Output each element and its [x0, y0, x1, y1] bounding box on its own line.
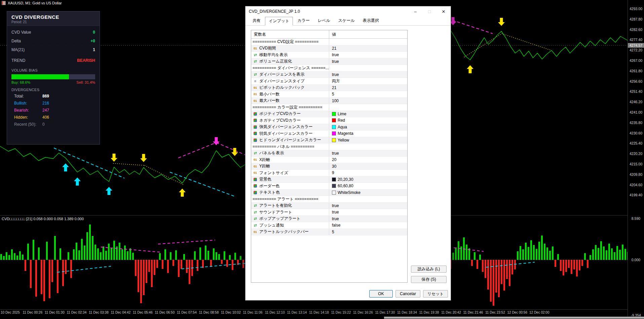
input-row[interactable]: ⇄アラートを有効化true: [251, 203, 407, 209]
volume-bias-buy-fill: [11, 74, 69, 79]
tab-カラー[interactable]: カラー: [294, 16, 313, 25]
input-row[interactable]: 弱気ダイバージェンスカラーMagenta: [251, 130, 407, 137]
maximize-button[interactable]: □: [422, 6, 437, 16]
input-value-cell[interactable]: true: [329, 59, 407, 64]
input-row[interactable]: 01Y距離30: [251, 163, 407, 170]
tab-レベル[interactable]: レベル: [314, 16, 334, 25]
color-swatch: [332, 184, 336, 188]
integer-type-icon: 01: [253, 99, 258, 103]
symbol-title: XAUUSD, M1: Gold vs US Dollar: [8, 1, 62, 5]
input-row[interactable]: 01X距離20: [251, 157, 407, 163]
input-value-cell[interactable]: Lime: [329, 112, 407, 116]
load-button[interactable]: 読み込み (L): [411, 266, 447, 273]
input-row[interactable]: ボーダー色60,60,80: [251, 183, 407, 190]
input-value-cell[interactable]: 100: [329, 98, 407, 103]
input-value-cell[interactable]: Aqua: [329, 125, 407, 129]
input-value-cell[interactable]: Magenta: [329, 131, 407, 136]
input-row[interactable]: 背景色20,20,30: [251, 176, 407, 183]
tab-共有[interactable]: 共有: [249, 16, 264, 25]
input-row[interactable]: ⇄サウンドアラートtrue: [251, 209, 407, 216]
input-row[interactable]: 01CVD期間21: [251, 45, 407, 52]
input-row[interactable]: ポジティブCVDカラーLime: [251, 111, 407, 118]
input-row[interactable]: ⇄ポップアップアラートtrue: [251, 216, 407, 223]
input-value-cell[interactable]: 30: [329, 164, 407, 169]
input-name-cell: 01アラートルックバックバー: [251, 229, 329, 235]
input-row[interactable]: ========== パネル ==========: [251, 144, 407, 150]
input-value-cell[interactable]: 20,20,30: [329, 177, 407, 182]
input-row[interactable]: ⇄プッシュ通知false: [251, 222, 407, 229]
input-row[interactable]: ========== カラー設定 ==========: [251, 104, 407, 111]
minimize-button[interactable]: –: [408, 6, 422, 16]
integer-type-icon: 01: [253, 86, 258, 89]
time-label: 11 Dec 20:42: [441, 311, 461, 314]
input-row[interactable]: 01最小バー数5: [251, 91, 407, 98]
input-value-cell[interactable]: 60,60,80: [329, 184, 407, 188]
input-name: フォントサイズ: [259, 170, 288, 176]
input-value-cell[interactable]: 21: [329, 46, 407, 51]
input-value-cell[interactable]: true: [329, 210, 407, 214]
input-row[interactable]: ⇄移動平均を表示true: [251, 52, 407, 58]
input-row[interactable]: ネガティブCVDカラーRed: [251, 117, 407, 124]
input-value-cell[interactable]: true: [329, 52, 407, 57]
dialog-tabs: 共有インプットカラーレベルスケール表示選択: [245, 16, 451, 26]
input-name-cell: ⇄ダイバージェンスを表示: [251, 72, 329, 78]
input-row[interactable]: ⇄ダイバージェンスを表示true: [251, 72, 407, 78]
boolean-type-icon: ⇄: [253, 210, 258, 214]
color-type-icon: [254, 184, 257, 188]
input-row[interactable]: 01ピボットのルックバック21: [251, 85, 407, 91]
input-value-cell[interactable]: WhiteSmoke: [329, 190, 407, 195]
input-name-cell: ネガティブCVDカラー: [251, 117, 329, 124]
input-value-cell[interactable]: 21: [329, 85, 407, 90]
input-value-cell[interactable]: Yellow: [329, 138, 407, 143]
tab-スケール[interactable]: スケール: [335, 16, 358, 25]
input-name-cell: ボーダー色: [251, 183, 329, 189]
input-row[interactable]: ========== ダイバージェンス ======...: [251, 65, 407, 72]
input-row[interactable]: ⇄パネルを表示true: [251, 150, 407, 157]
time-label: 11 Dec 04:42: [111, 311, 131, 314]
input-row[interactable]: ≡ダイバージェンスタイプ両方: [251, 78, 407, 85]
panel-stats: CVD Value0Delta+0MA(21)1: [7, 28, 100, 54]
input-value-cell[interactable]: Red: [329, 118, 407, 123]
input-name-cell: 弱気ダイバージェンスカラー: [251, 130, 329, 137]
divergence-arrow: [111, 154, 117, 162]
cancel-button[interactable]: Cancelar: [395, 290, 420, 297]
scrollbar-thumb[interactable]: [384, 317, 644, 319]
input-value-cell[interactable]: 5: [329, 230, 407, 234]
tab-表示選択[interactable]: 表示選択: [359, 16, 383, 25]
input-row[interactable]: 01アラートルックバックバー5: [251, 229, 407, 236]
stat-label: Delta: [11, 39, 21, 43]
input-value-cell[interactable]: true: [329, 151, 407, 156]
input-value-cell[interactable]: false: [329, 223, 407, 228]
integer-type-icon: 01: [253, 92, 258, 96]
boolean-type-icon: ⇄: [253, 53, 258, 57]
input-value-cell[interactable]: 5: [329, 92, 407, 96]
input-value-cell[interactable]: true: [329, 203, 407, 208]
divergence-trendline: [452, 20, 493, 34]
time-axis[interactable]: 10 Dec 202511 Dec 00:2611 Dec 01:3011 De…: [0, 310, 628, 316]
divergence-trendline: [113, 163, 145, 165]
input-row[interactable]: ========== アラート ==========: [251, 196, 407, 203]
input-row[interactable]: 強気ダイバージェンスカラーAqua: [251, 124, 407, 131]
input-row[interactable]: テキスト色WhiteSmoke: [251, 190, 407, 196]
ok-button[interactable]: OK: [369, 290, 393, 297]
close-button[interactable]: ✕: [437, 6, 451, 16]
divergence-stat-row: Recent (50):0: [7, 121, 100, 128]
trend-label: TREND: [11, 58, 25, 63]
save-button[interactable]: 保存 (S): [411, 276, 447, 283]
reset-button[interactable]: リセット: [423, 290, 448, 297]
input-value-cell[interactable]: 両方: [329, 78, 407, 84]
input-value-cell[interactable]: true: [329, 216, 407, 221]
input-row[interactable]: ⇄ボリューム正規化true: [251, 58, 407, 65]
input-value-cell[interactable]: true: [329, 72, 407, 77]
tab-インプット[interactable]: インプット: [265, 17, 293, 26]
input-name: ネガティブCVDカラー: [259, 118, 301, 123]
input-value-cell[interactable]: 20: [329, 157, 407, 162]
input-row[interactable]: 01フォントサイズ9: [251, 170, 407, 176]
dialog-titlebar[interactable]: CVD_DIVERGENCE_JP 1.0 – □ ✕: [245, 6, 451, 16]
input-row[interactable]: ヒドゥンダイバージェンスカラーYellow: [251, 137, 407, 144]
input-row[interactable]: 01最大バー数100: [251, 98, 407, 105]
input-value: true: [332, 216, 339, 221]
input-value-cell[interactable]: 9: [329, 170, 407, 175]
input-row[interactable]: ========== CVD設定 ==========: [251, 39, 407, 45]
price-scale[interactable]: 4293.004287.804282.604277.404272.204267.…: [628, 0, 644, 319]
